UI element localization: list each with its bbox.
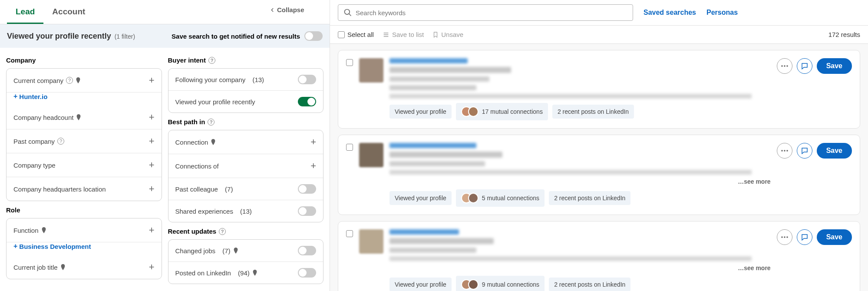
- add-icon[interactable]: +: [149, 136, 155, 147]
- result-name[interactable]: [389, 229, 459, 235]
- filter-function[interactable]: Function +: [7, 218, 162, 242]
- filter-posted-linkedin[interactable]: Posted on LinkedIn (94): [168, 262, 323, 284]
- badge-posts[interactable]: 2 recent posts on LinkedIn: [552, 105, 634, 119]
- add-icon[interactable]: +: [310, 160, 316, 172]
- more-button[interactable]: [777, 58, 792, 74]
- chip-bizdev[interactable]: +Business Development: [13, 242, 91, 250]
- tab-account[interactable]: Account: [43, 0, 94, 24]
- saved-searches-link[interactable]: Saved searches: [644, 9, 696, 17]
- result-about: [389, 256, 752, 261]
- result-name[interactable]: [389, 143, 476, 148]
- avatar[interactable]: [359, 58, 383, 83]
- bookmark-icon: [432, 31, 439, 38]
- svg-line-1: [349, 14, 351, 16]
- message-button[interactable]: [797, 58, 812, 74]
- dots-icon: [781, 236, 788, 238]
- result-location: [389, 85, 476, 90]
- add-icon[interactable]: +: [149, 225, 155, 236]
- add-icon[interactable]: +: [149, 261, 155, 273]
- collapse-button[interactable]: Collapse: [269, 6, 304, 13]
- filter-following-company[interactable]: Following your company (13): [168, 69, 323, 91]
- pin-icon: [252, 270, 257, 276]
- mini-avatar: [468, 279, 479, 290]
- badge-mutual[interactable]: 17 mutual connections: [456, 103, 548, 120]
- search-input[interactable]: [356, 9, 627, 17]
- row-checkbox[interactable]: [346, 144, 353, 151]
- save-button[interactable]: Save: [817, 229, 852, 245]
- save-to-list[interactable]: Save to list: [383, 31, 424, 38]
- dots-icon: [781, 65, 788, 67]
- badge-viewed-profile[interactable]: Viewed your profile: [389, 105, 452, 119]
- svg-point-2: [781, 65, 783, 67]
- filter-count: (1 filter): [115, 33, 135, 40]
- filter-changed-jobs[interactable]: Changed jobs (7): [168, 240, 323, 262]
- avatar[interactable]: [359, 143, 383, 167]
- badge-mutual[interactable]: 5 mutual connections: [456, 189, 545, 207]
- filter-connections-of[interactable]: Connections of +: [168, 154, 323, 178]
- search-box[interactable]: [338, 4, 633, 21]
- toggle-past-colleague[interactable]: [298, 184, 316, 194]
- tab-lead[interactable]: Lead: [7, 0, 43, 24]
- result-location: [389, 248, 476, 253]
- save-search-toggle[interactable]: [304, 31, 323, 41]
- toggle-viewed-profile[interactable]: [298, 97, 316, 106]
- filter-job-title[interactable]: Current job title +: [7, 255, 162, 279]
- chip-hunter[interactable]: +Hunter.io: [13, 93, 47, 100]
- message-button[interactable]: [797, 229, 812, 245]
- filter-current-company[interactable]: Current company ? +: [7, 69, 162, 93]
- avatar[interactable]: [359, 229, 383, 254]
- add-icon[interactable]: +: [310, 136, 316, 148]
- filter-company-headcount[interactable]: Company headcount +: [7, 106, 162, 129]
- svg-point-10: [786, 236, 788, 238]
- badge-viewed-profile[interactable]: Viewed your profile: [389, 191, 452, 205]
- help-icon[interactable]: ?: [208, 57, 215, 64]
- add-icon[interactable]: +: [149, 159, 155, 171]
- message-button[interactable]: [797, 143, 812, 159]
- filter-viewed-profile[interactable]: Viewed your profile recently: [168, 91, 323, 112]
- see-more[interactable]: …see more: [389, 265, 771, 271]
- filter-shared-exp[interactable]: Shared experiences (13): [168, 200, 323, 222]
- filter-past-company[interactable]: Past company? +: [7, 129, 162, 153]
- help-icon[interactable]: ?: [66, 77, 73, 84]
- pin-icon: [76, 77, 81, 83]
- svg-point-0: [345, 10, 350, 15]
- list-icon: [383, 31, 389, 38]
- help-icon[interactable]: ?: [219, 228, 226, 235]
- more-button[interactable]: [777, 229, 792, 245]
- result-company: [389, 161, 485, 166]
- add-icon[interactable]: +: [149, 112, 155, 123]
- select-all-checkbox[interactable]: [338, 31, 345, 38]
- save-button[interactable]: Save: [817, 143, 852, 159]
- more-button[interactable]: [777, 143, 792, 159]
- select-all[interactable]: Select all: [338, 31, 374, 38]
- badge-mutual[interactable]: 9 mutual connections: [456, 276, 545, 291]
- result-name[interactable]: [389, 58, 468, 63]
- titlebar: Viewed your profile recently (1 filter) …: [0, 24, 330, 48]
- badge-posts[interactable]: 2 recent posts on LinkedIn: [549, 191, 630, 205]
- filter-company-type[interactable]: Company type +: [7, 153, 162, 177]
- personas-link[interactable]: Personas: [706, 9, 738, 17]
- filter-company-hq[interactable]: Company headquarters location +: [7, 177, 162, 201]
- dots-icon: [781, 150, 788, 152]
- section-recent-updates: Recent updates?: [168, 228, 324, 235]
- mini-avatar: [468, 106, 479, 117]
- badge-viewed-profile[interactable]: Viewed your profile: [389, 278, 452, 291]
- svg-point-7: [786, 150, 788, 152]
- see-more[interactable]: …see more: [389, 178, 771, 185]
- filter-past-colleague[interactable]: Past colleague (7): [168, 178, 323, 200]
- save-button[interactable]: Save: [817, 58, 852, 74]
- filter-connection[interactable]: Connection +: [168, 130, 323, 154]
- toggle-changed-jobs[interactable]: [298, 246, 316, 255]
- row-checkbox[interactable]: [346, 230, 353, 237]
- unsave[interactable]: Unsave: [432, 31, 463, 38]
- add-icon[interactable]: +: [149, 183, 155, 195]
- help-icon[interactable]: ?: [208, 119, 215, 126]
- row-checkbox[interactable]: [346, 59, 353, 66]
- badge-posts[interactable]: 2 recent posts on LinkedIn: [549, 278, 630, 291]
- toggle-posted[interactable]: [298, 268, 316, 278]
- toggle-following[interactable]: [298, 75, 316, 84]
- help-icon[interactable]: ?: [57, 138, 64, 145]
- result-about: [389, 170, 752, 175]
- add-icon[interactable]: +: [149, 75, 155, 86]
- toggle-shared-exp[interactable]: [298, 206, 316, 216]
